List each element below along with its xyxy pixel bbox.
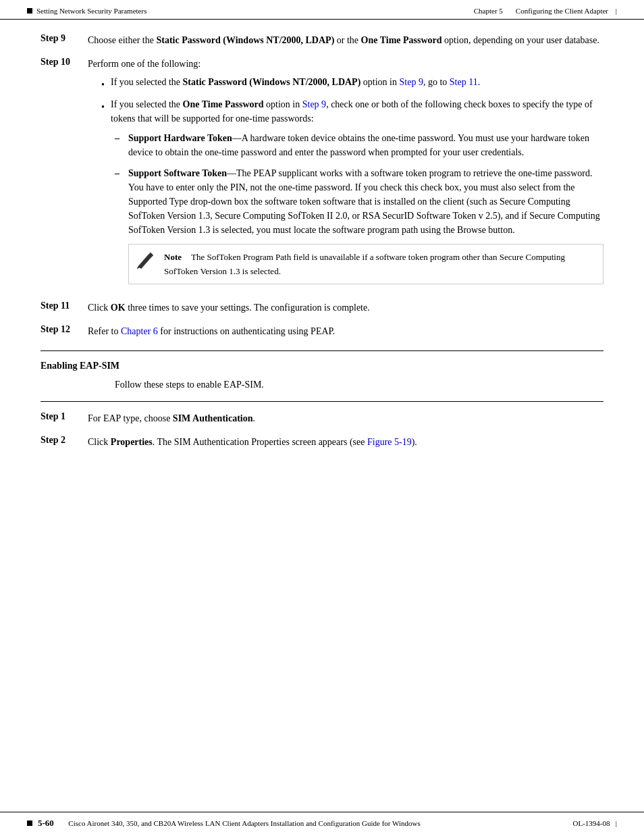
- step-10-label: Step 10: [41, 57, 88, 291]
- eap-step1-bold: SIM Authentication: [173, 413, 253, 423]
- step-12-content: Refer to Chapter 6 for instructions on a…: [88, 324, 603, 338]
- dash-mark-2: –: [115, 166, 123, 180]
- step11-text-after: three times to save your settings. The c…: [126, 303, 370, 313]
- step-11-content: Click OK three times to save your settin…: [88, 301, 603, 315]
- bullet2-before: If you selected the: [111, 99, 183, 109]
- step9-link-2[interactable]: Step 9: [302, 99, 326, 109]
- footer-right-border: |: [616, 819, 617, 827]
- note-text: The SofToken Program Path field is unava…: [164, 252, 565, 276]
- footer-bullet-icon: [27, 820, 32, 826]
- header-border: |: [616, 7, 617, 15]
- dash1-bold: Support Hardware Token: [128, 133, 232, 143]
- step-12: Step 12 Refer to Chapter 6 for instructi…: [41, 324, 603, 338]
- bullet1-bold: Static Password (Windows NT/2000, LDAP): [183, 77, 361, 87]
- header-right: Chapter 5 Configuring the Client Adapter…: [474, 7, 617, 15]
- eap-step-1: Step 1 For EAP type, choose SIM Authenti…: [41, 411, 603, 425]
- eap-sim-intro: Follow these steps to enable EAP-SIM.: [115, 380, 603, 390]
- page-number: 5-60: [38, 818, 54, 829]
- eap-section-line: [41, 401, 603, 402]
- page-header: Setting Network Security Parameters Chap…: [0, 0, 644, 20]
- note-label: Note: [164, 252, 182, 262]
- step-9: Step 9 Choose either the Static Password…: [41, 33, 603, 47]
- eap-step-1-label: Step 1: [41, 411, 88, 425]
- step9-bold1: Static Password (Windows NT/2000, LDAP): [156, 35, 334, 45]
- eap-step1-end: .: [252, 413, 255, 423]
- step10-intro: Perform one of the following:: [88, 59, 200, 69]
- step11-link-1[interactable]: Step 11: [450, 77, 478, 87]
- bullet1-before: If you selected the: [111, 77, 183, 87]
- note-pencil-icon: [136, 251, 155, 270]
- section-divider: [41, 350, 603, 351]
- chapter6-link[interactable]: Chapter 6: [121, 326, 158, 336]
- step9-text-after: option, depending on your user database.: [442, 35, 599, 45]
- step9-text-before: Choose either the: [88, 35, 156, 45]
- bullet1-mid: option in: [360, 77, 399, 87]
- main-content: Step 9 Choose either the Static Password…: [0, 20, 644, 472]
- bullet-dot-2: •: [101, 100, 105, 114]
- eap-sim-heading: Enabling EAP-SIM: [41, 361, 603, 371]
- dash2-text: Support Software Token—The PEAP supplica…: [128, 166, 603, 237]
- bullet-dot-1: •: [101, 78, 105, 92]
- footer-doc-title: Cisco Aironet 340, 350, and CB20A Wirele…: [68, 819, 420, 827]
- step-11: Step 11 Click OK three times to save you…: [41, 301, 603, 315]
- step-11-label: Step 11: [41, 301, 88, 315]
- footer-doc-num: OL-1394-08: [573, 819, 610, 827]
- eap-step2-bold: Properties: [111, 437, 153, 447]
- dash-item-2: – Support Software Token—The PEAP suppli…: [115, 166, 603, 237]
- eap-step-1-content: For EAP type, choose SIM Authentication.: [88, 411, 603, 425]
- header-bullet-icon: [27, 8, 32, 14]
- eap-step2-mid: . The SIM Authentication Properties scre…: [153, 437, 367, 447]
- note-content: Note The SofToken Program Path field is …: [164, 250, 596, 278]
- bullet-list: • If you selected the Static Password (W…: [101, 75, 603, 284]
- step12-text-before: Refer to: [88, 326, 121, 336]
- eap-step2-before: Click: [88, 437, 111, 447]
- step9-bold2: One Time Password: [361, 35, 442, 45]
- header-left: Setting Network Security Parameters: [27, 7, 146, 15]
- note-box: Note The SofToken Program Path field is …: [128, 244, 603, 284]
- eap-step1-before: For EAP type, choose: [88, 413, 173, 423]
- step11-text-before: Click: [88, 303, 111, 313]
- dash-mark-1: –: [115, 131, 123, 145]
- step12-text-after: for instructions on authenticating using…: [158, 326, 335, 336]
- dash2-bold: Support Software Token: [128, 168, 227, 178]
- bullet2-mid: option in: [264, 99, 302, 109]
- step-10-content: Perform one of the following: • If you s…: [88, 57, 603, 291]
- footer-left: 5-60 Cisco Aironet 340, 350, and CB20A W…: [27, 818, 421, 829]
- header-chapter: Chapter 5: [474, 7, 503, 15]
- step9-text-mid: or the: [334, 35, 360, 45]
- bullet2-bold: One Time Password: [183, 99, 264, 109]
- step-9-content: Choose either the Static Password (Windo…: [88, 33, 603, 47]
- step11-bold: OK: [111, 303, 126, 313]
- eap-step-2-label: Step 2: [41, 435, 88, 449]
- dash1-text: Support Hardware Token—A hardware token …: [128, 131, 603, 159]
- dash-item-1: – Support Hardware Token—A hardware toke…: [115, 131, 603, 159]
- dash-list: – Support Hardware Token—A hardware toke…: [115, 131, 603, 284]
- eap-step-2-content: Click Properties. The SIM Authentication…: [88, 435, 603, 449]
- bullet2-text: If you selected the One Time Password op…: [111, 97, 603, 126]
- step9-link-1[interactable]: Step 9: [400, 77, 423, 87]
- bullet1-end: .: [478, 77, 481, 87]
- page-footer: 5-60 Cisco Aironet 340, 350, and CB20A W…: [0, 812, 644, 834]
- bullet1-text: If you selected the Static Password (Win…: [111, 75, 480, 89]
- header-section-title: Setting Network Security Parameters: [36, 7, 146, 15]
- eap-step2-end: ).: [412, 437, 417, 447]
- eap-step-2: Step 2 Click Properties. The SIM Authent…: [41, 435, 603, 449]
- bullet-item-2: • If you selected the One Time Password …: [101, 97, 603, 126]
- bullet-item-1: • If you selected the Static Password (W…: [101, 75, 603, 92]
- footer-right: OL-1394-08 |: [573, 819, 617, 827]
- figure519-link[interactable]: Figure 5-19: [367, 437, 412, 447]
- step-12-label: Step 12: [41, 324, 88, 338]
- note-icon: [136, 251, 155, 273]
- step-9-label: Step 9: [41, 33, 88, 47]
- header-chapter-title: Configuring the Client Adapter: [516, 7, 608, 15]
- bullet1-comma: , go to: [423, 77, 450, 87]
- step-10: Step 10 Perform one of the following: • …: [41, 57, 603, 291]
